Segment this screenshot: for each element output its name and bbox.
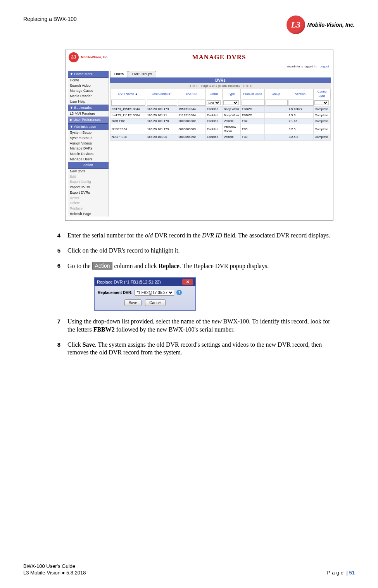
- action-item[interactable]: Refresh Page: [68, 211, 109, 217]
- action-chip: Action: [92, 262, 113, 270]
- brand-logo: L3 Mobile-Vision, Inc.: [287, 15, 355, 34]
- sidebar-item[interactable]: Search Video: [68, 83, 109, 89]
- filter-status[interactable]: Enabled: [207, 100, 221, 105]
- col-header[interactable]: Group: [264, 89, 287, 99]
- table-row[interactable]: DVR FB2166.20.101.1780000000002EnabledVe…: [110, 119, 331, 124]
- sidebar-item[interactable]: Assign Videos: [68, 141, 109, 146]
- dvr-table: DVR Name ▲ Last Comm IP DVR ID Status Ty…: [110, 89, 331, 140]
- table-row[interactable]: NJSPFB3B166.20.101.900000054392EnabledVe…: [110, 134, 331, 140]
- page-title: MANAGE DVRS: [108, 53, 330, 62]
- pager-text: Page 1 of 1 (5 total records): [201, 84, 240, 88]
- sidebar-item[interactable]: L3 MVI Parature: [68, 111, 109, 117]
- filter-type[interactable]: [223, 100, 239, 105]
- sidebar-item[interactable]: Mobile Devices: [68, 151, 109, 157]
- action-item: Export Config: [68, 179, 109, 185]
- col-header[interactable]: Product Code: [240, 89, 264, 99]
- col-header[interactable]: Version: [287, 89, 313, 99]
- sidebar-item[interactable]: User Help: [68, 99, 109, 105]
- login-status: mvadmin is logged in.: [287, 65, 317, 68]
- step-text: Go to the Action column and click Replac…: [67, 262, 339, 270]
- filter-group[interactable]: [266, 100, 288, 106]
- popup-label: Replacement DVR:: [98, 290, 132, 295]
- table-row[interactable]: bw173_1111510584166.20.101.711111510584E…: [110, 112, 331, 118]
- step-number: 8: [55, 341, 60, 357]
- pager: |◂ ◂◂ ◂ Page 1 of 1 (5 total records) ▸ …: [110, 83, 331, 89]
- app-logo-icon: L3: [69, 52, 79, 62]
- chapter-title: Replacing a BWX-100: [23, 15, 77, 22]
- sidebar-user-prefs[interactable]: ▶ User Preferences: [68, 117, 109, 124]
- filter-product[interactable]: [242, 100, 265, 106]
- close-icon[interactable]: ✕: [182, 279, 193, 285]
- filter-config[interactable]: [314, 100, 329, 105]
- app-brand: Mobile-Vision, Inc.: [81, 55, 108, 59]
- step-number: 5: [55, 247, 60, 255]
- filter-dvr-id[interactable]: [178, 100, 205, 106]
- col-header[interactable]: Config Sync: [313, 89, 330, 99]
- step-text: Using the drop-down list provided, selec…: [67, 318, 339, 334]
- pager-first-icon[interactable]: |◂ ◂◂ ◂: [188, 84, 197, 88]
- tab-dvr-groups[interactable]: DVR Groups: [128, 71, 156, 77]
- popup-title: Replace DVR (*1 FB1@12:51:22): [97, 279, 161, 285]
- action-item: Edit: [68, 174, 109, 180]
- col-header[interactable]: Type: [222, 89, 240, 99]
- table-row[interactable]: NJSPFB3A166.20.101.1790000000003EnabledI…: [110, 124, 331, 134]
- filter-version[interactable]: [288, 100, 313, 106]
- save-button[interactable]: Save: [124, 299, 142, 306]
- sidebar-admin[interactable]: ▼ Administration: [68, 124, 109, 131]
- step-number: 4: [55, 232, 60, 240]
- sidebar-item[interactable]: Manage DVRs: [68, 146, 109, 151]
- sidebar-item[interactable]: System Status: [68, 136, 109, 141]
- sidebar-item[interactable]: Home: [68, 78, 109, 83]
- step-number: 6: [55, 262, 60, 270]
- table-row[interactable]: bw173_1951510044166.20.101.1731951510044…: [110, 107, 331, 112]
- filter-dvr-name[interactable]: [111, 100, 145, 106]
- col-header[interactable]: DVR ID: [177, 89, 205, 99]
- sidebar-item[interactable]: Manage Cases: [68, 88, 109, 94]
- sidebar-bookmarks[interactable]: ▼ Bookmarks: [68, 105, 109, 112]
- action-item: Delete: [68, 201, 109, 206]
- col-header[interactable]: Last Comm IP: [146, 89, 177, 99]
- manage-dvrs-screenshot: L3 Mobile-Vision, Inc. MANAGE DVRS mvadm…: [65, 50, 333, 221]
- logout-link[interactable]: Logout: [320, 65, 329, 68]
- sidebar-home-menu[interactable]: ▼ Home Menu: [68, 71, 109, 78]
- col-header[interactable]: DVR Name ▲: [110, 89, 146, 99]
- cancel-button[interactable]: Cancel: [145, 299, 166, 306]
- logo-text: Mobile-Vision, Inc.: [307, 21, 355, 28]
- sidebar: ▼ Home Menu Home Search Video Manage Cas…: [68, 71, 109, 217]
- step-text: Enter the serial number for the old DVR …: [67, 232, 339, 240]
- sidebar-item[interactable]: Media Reader: [68, 94, 109, 99]
- action-item[interactable]: Import DVRs: [68, 185, 109, 190]
- sidebar-item[interactable]: Manage Users: [68, 157, 109, 162]
- filter-ip[interactable]: [147, 100, 177, 106]
- col-header[interactable]: Status: [205, 89, 222, 99]
- pager-last-icon[interactable]: ▸ ▸▸ ▸|: [243, 84, 252, 88]
- grid-title: DVRs: [110, 77, 331, 83]
- action-item[interactable]: New DVR: [68, 169, 109, 174]
- sidebar-item[interactable]: System Setup: [68, 130, 109, 136]
- step-text: Click Save. The system assigns the old D…: [67, 341, 339, 357]
- help-icon[interactable]: ?: [176, 290, 182, 295]
- logo-icon: L3: [287, 15, 305, 34]
- step-number: 7: [55, 318, 60, 334]
- replacement-dvr-select[interactable]: *1 FB2@17:05:37: [135, 290, 174, 296]
- action-item: Reset: [68, 196, 109, 201]
- tab-dvrs[interactable]: DVRs: [110, 71, 128, 77]
- action-item[interactable]: Export DVRs: [68, 190, 109, 196]
- step-text: Click on the old DVR's record to highlig…: [67, 247, 339, 255]
- replace-dvr-popup: Replace DVR (*1 FB1@12:51:22) ✕ Replacem…: [94, 277, 196, 311]
- sidebar-action-header: Action: [68, 162, 109, 169]
- action-item: Replace: [68, 206, 109, 211]
